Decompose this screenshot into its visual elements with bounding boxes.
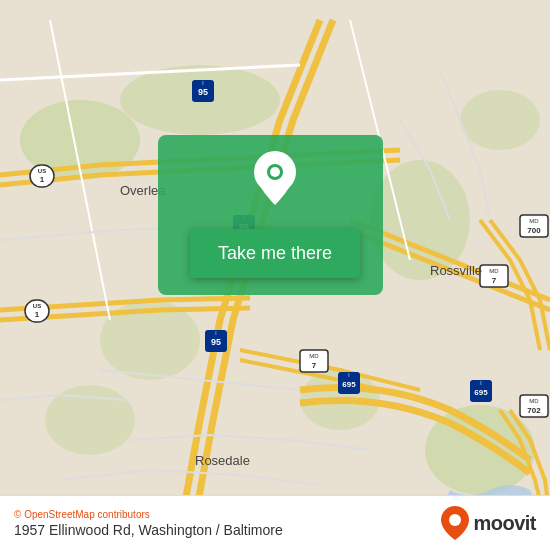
svg-text:695: 695 <box>342 380 356 389</box>
attribution: © OpenStreetMap contributors <box>14 509 283 520</box>
moovit-text: moovit <box>473 512 536 535</box>
moovit-pin-icon <box>441 506 469 540</box>
svg-text:95: 95 <box>198 87 208 97</box>
svg-text:Rosedale: Rosedale <box>195 453 250 468</box>
moovit-logo: moovit <box>441 506 536 540</box>
svg-text:US: US <box>33 303 41 309</box>
svg-text:1: 1 <box>40 175 45 184</box>
location-pin <box>250 150 300 210</box>
svg-text:702: 702 <box>527 406 541 415</box>
address-text: 1957 Ellinwood Rd, Washington / Baltimor… <box>14 522 283 538</box>
svg-text:MD: MD <box>489 268 499 274</box>
svg-text:1: 1 <box>35 310 40 319</box>
svg-text:95: 95 <box>211 337 221 347</box>
svg-point-49 <box>449 514 461 526</box>
svg-point-48 <box>270 167 280 177</box>
svg-point-8 <box>460 90 540 150</box>
svg-text:Rossville: Rossville <box>430 263 482 278</box>
take-me-there-button[interactable]: Take me there <box>190 229 360 278</box>
address-section: © OpenStreetMap contributors 1957 Ellinw… <box>14 509 283 538</box>
svg-text:I: I <box>348 372 349 378</box>
svg-text:MD: MD <box>309 353 319 359</box>
map-container: 95 I 95 I 95 I 695 I 695 I US 1 US 1 MD … <box>0 0 550 550</box>
svg-text:I: I <box>215 330 216 336</box>
svg-text:MD: MD <box>529 398 539 404</box>
svg-text:I: I <box>202 80 203 86</box>
svg-text:7: 7 <box>312 361 317 370</box>
svg-text:7: 7 <box>492 276 497 285</box>
svg-text:MD: MD <box>529 218 539 224</box>
svg-text:I: I <box>480 380 481 386</box>
svg-text:700: 700 <box>527 226 541 235</box>
info-bar: © OpenStreetMap contributors 1957 Ellinw… <box>0 495 550 550</box>
svg-text:695: 695 <box>474 388 488 397</box>
svg-text:US: US <box>38 168 46 174</box>
